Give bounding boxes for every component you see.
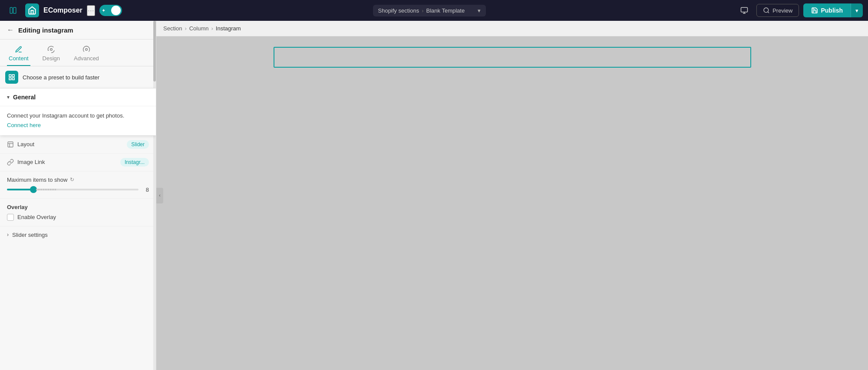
preview-label: Preview	[772, 7, 792, 14]
max-items-label: Maximum items to show	[7, 177, 67, 183]
connect-text: Connect your Instagram account to get ph…	[7, 111, 149, 120]
layout-label: Layout	[7, 141, 34, 148]
slider-settings-title: Slider settings	[12, 232, 48, 238]
max-items-slider[interactable]	[7, 189, 139, 190]
canvas-content	[156, 36, 868, 370]
breadcrumb-column[interactable]: Column	[189, 25, 209, 32]
image-link-icon	[7, 159, 14, 166]
breadcrumb-element[interactable]: Instagram	[216, 25, 241, 32]
instagram-element-placeholder[interactable]	[274, 47, 751, 68]
svg-rect-12	[9, 78, 11, 80]
svg-rect-1	[13, 7, 16, 13]
breadcrumb-sep-1: ›	[185, 25, 186, 32]
layout-icon	[7, 141, 14, 148]
breadcrumb-dropdown-icon: ▾	[478, 7, 481, 14]
connect-here-link[interactable]: Connect here	[7, 122, 41, 128]
enable-overlay-label: Enable Overlay	[17, 214, 56, 220]
topbar: EComposer ··· ✦ Shopify sections › Blank…	[0, 0, 868, 21]
left-panel: ← Editing instagram Content Design	[0, 21, 156, 370]
overlay-checkbox-row: Enable Overlay	[7, 214, 149, 221]
slider-row: 8	[7, 187, 149, 193]
panel-collapse-handle[interactable]: ‹	[156, 188, 163, 203]
layout-label-text: Layout	[17, 141, 34, 147]
panel-title: Editing instagram	[18, 26, 73, 34]
image-link-label: Image Link	[7, 159, 45, 166]
main-layout: ← Editing instagram Content Design	[0, 21, 868, 370]
svg-line-6	[768, 12, 769, 13]
preset-label: Choose a preset to build faster	[23, 74, 99, 81]
max-items-section: Maximum items to show ↻ 8	[0, 171, 156, 198]
logo-icon	[25, 3, 39, 17]
preset-section[interactable]: Choose a preset to build faster	[0, 66, 156, 88]
general-section-content: Connect your Instagram account to get ph…	[0, 106, 156, 135]
publish-label: Publish	[821, 7, 843, 14]
max-items-header: Maximum items to show ↻	[7, 177, 149, 183]
logo-text: EComposer	[43, 7, 83, 14]
image-link-label-text: Image Link	[17, 159, 45, 165]
tab-content[interactable]: Content	[7, 43, 30, 66]
image-link-field-row: Image Link Instagr...	[0, 153, 156, 171]
advanced-tab-label: Advanced	[74, 55, 99, 62]
svg-point-7	[50, 49, 53, 51]
design-tab-label: Design	[43, 55, 60, 62]
breadcrumb-separator: ›	[422, 7, 423, 14]
svg-rect-0	[10, 7, 12, 13]
svg-rect-11	[12, 78, 14, 80]
back-button[interactable]: ←	[7, 26, 14, 34]
advanced-tab-icon	[83, 46, 90, 53]
svg-rect-9	[9, 75, 11, 77]
scrollbar-track	[153, 21, 156, 370]
svg-point-5	[764, 8, 769, 13]
svg-rect-2	[741, 7, 748, 12]
layout-badge[interactable]: Slider	[127, 140, 149, 149]
breadcrumb-part2: Blank Template	[426, 7, 465, 14]
general-chevron-icon: ▾	[7, 94, 10, 100]
slider-settings-section: › Slider settings	[0, 226, 156, 243]
content-tab-label: Content	[9, 55, 29, 62]
enable-overlay-checkbox[interactable]	[7, 214, 14, 221]
preview-button[interactable]: Preview	[756, 4, 799, 17]
general-section: ▾ General Connect your Instagram account…	[0, 88, 156, 135]
tab-design[interactable]: Design	[41, 43, 62, 66]
collapse-chevron-icon: ‹	[159, 193, 160, 198]
max-items-value: 8	[142, 187, 149, 193]
breadcrumb-part1: Shopify sections	[378, 7, 419, 14]
publish-group: Publish ▾	[803, 3, 863, 17]
general-section-header[interactable]: ▾ General	[0, 88, 156, 106]
publish-button[interactable]: Publish	[803, 3, 851, 17]
panel-scroll-area: Choose a preset to build faster ▾ Genera…	[0, 66, 156, 370]
panel-header: ← Editing instagram	[0, 21, 156, 39]
image-link-badge[interactable]: Instagr...	[120, 158, 149, 167]
toggle-icon: ✦	[102, 8, 106, 13]
overlay-title: Overlay	[7, 204, 149, 210]
breadcrumb-sep-2: ›	[211, 25, 213, 32]
refresh-icon[interactable]: ↻	[70, 177, 74, 183]
canvas-area: Section › Column › Instagram ‹	[156, 21, 868, 370]
overlay-section: Overlay Enable Overlay	[0, 198, 156, 226]
topbar-left: EComposer ··· ✦	[5, 3, 122, 18]
publish-dropdown-button[interactable]: ▾	[851, 3, 863, 17]
template-breadcrumb[interactable]: Shopify sections › Blank Template ▾	[373, 5, 486, 16]
breadcrumb-section[interactable]: Section	[163, 25, 182, 32]
topbar-right: Preview Publish ▾	[736, 3, 863, 18]
device-toggle-button[interactable]	[736, 3, 752, 18]
scrollbar-thumb[interactable]	[153, 21, 156, 82]
svg-rect-13	[8, 142, 13, 147]
design-tab-icon	[47, 46, 55, 53]
toggle-switch[interactable]: ✦	[99, 5, 122, 16]
sidebar-toggle-button[interactable]	[5, 3, 21, 18]
slider-settings-chevron-icon: ›	[7, 232, 9, 238]
content-tab-icon	[15, 46, 23, 53]
svg-point-8	[86, 49, 88, 51]
slider-dots	[36, 189, 139, 190]
topbar-center: Shopify sections › Blank Template ▾	[127, 5, 731, 16]
layout-field-row: Layout Slider	[0, 135, 156, 153]
general-section-title: General	[13, 94, 36, 101]
svg-rect-10	[12, 75, 14, 77]
more-options-button[interactable]: ···	[87, 5, 95, 16]
preset-icon	[5, 71, 18, 84]
canvas-breadcrumb: Section › Column › Instagram	[156, 21, 868, 36]
tab-advanced[interactable]: Advanced	[72, 43, 101, 66]
panel-tabs: Content Design Advanced	[0, 39, 156, 66]
slider-settings-header[interactable]: › Slider settings	[7, 232, 149, 238]
